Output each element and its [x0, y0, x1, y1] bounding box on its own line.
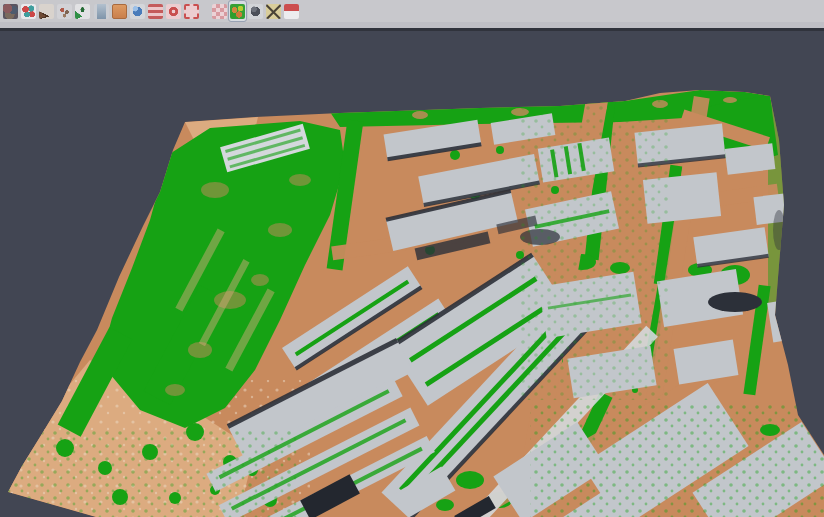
- scene-canvas: [0, 0, 824, 517]
- orthophoto-tile-icon-glyph: [112, 4, 127, 19]
- dark-sphere-icon[interactable]: [247, 1, 264, 21]
- brown-terrain-icon-glyph: [39, 4, 54, 19]
- region-circle-icon[interactable]: [165, 1, 182, 21]
- classified-points-icon-glyph: [21, 4, 36, 19]
- window-chrome: [0, 0, 824, 31]
- green-terrain-icon[interactable]: [74, 1, 91, 21]
- clear-region-icon[interactable]: [265, 1, 282, 21]
- clear-region-icon-glyph: [266, 4, 281, 19]
- red-flag-icon[interactable]: [283, 1, 300, 21]
- viewport-divider: [0, 28, 824, 31]
- region-bounds-icon[interactable]: [183, 1, 200, 21]
- main-toolbar: [0, 0, 824, 22]
- classification-map-icon-glyph: [230, 4, 245, 19]
- orthophoto-tile-icon[interactable]: [111, 1, 128, 21]
- sparse-points-icon-glyph: [57, 4, 72, 19]
- dark-sphere-icon-glyph: [248, 4, 263, 19]
- red-layers-icon[interactable]: [147, 1, 164, 21]
- faded-grid-icon-glyph: [212, 4, 227, 19]
- toolbar-separator: [201, 1, 210, 21]
- classification-map-icon[interactable]: [229, 1, 246, 21]
- region-bounds-icon-glyph: [184, 4, 199, 19]
- region-circle-icon-glyph: [166, 4, 181, 19]
- classified-points-icon[interactable]: [20, 1, 37, 21]
- globe-icon-glyph: [130, 4, 145, 19]
- red-layers-icon-glyph: [148, 4, 163, 19]
- dense-cloud-icon[interactable]: [2, 1, 19, 21]
- panel-icon[interactable]: [93, 1, 110, 21]
- application-window: [0, 0, 824, 517]
- globe-icon[interactable]: [129, 1, 146, 21]
- 3d-viewport[interactable]: [0, 0, 824, 517]
- red-flag-icon-glyph: [284, 4, 299, 19]
- panel-icon-glyph: [94, 4, 109, 19]
- green-terrain-icon-glyph: [75, 4, 90, 19]
- faded-grid-icon[interactable]: [211, 1, 228, 21]
- sparse-points-icon[interactable]: [56, 1, 73, 21]
- brown-terrain-icon[interactable]: [38, 1, 55, 21]
- dense-cloud-icon-glyph: [3, 4, 18, 19]
